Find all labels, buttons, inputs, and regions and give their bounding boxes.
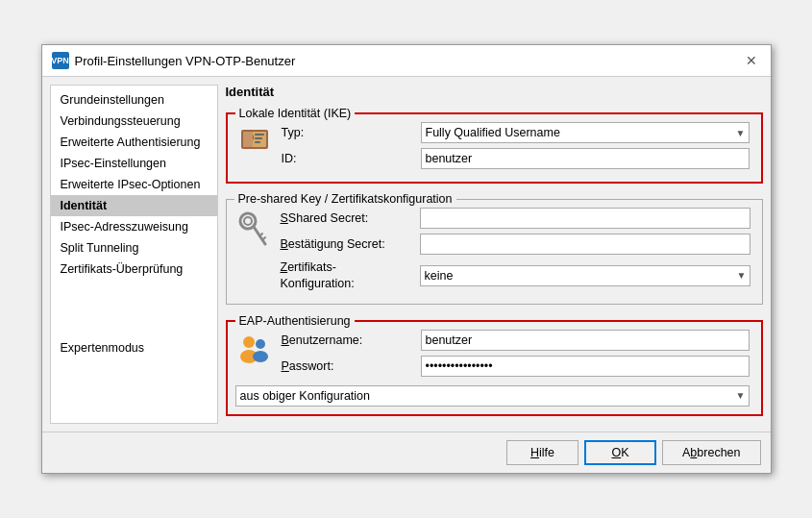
svg-point-14 [256, 339, 265, 349]
abbrechen-button[interactable]: Abbrechen [662, 440, 760, 465]
sidebar-item-expertenmodus[interactable]: Expertenmodus [51, 337, 217, 358]
identity-fields: Typ: Fully Qualified Username IP-Adresse… [282, 122, 750, 174]
benutzername-input[interactable] [421, 330, 750, 351]
svg-point-8 [244, 217, 252, 225]
svg-rect-6 [255, 141, 260, 143]
eap-dropdown-wrapper: aus obiger Konfiguration Option 2 ▼ [235, 385, 750, 407]
typ-select-wrapper: Fully Qualified Username IP-Adresse Zert… [421, 122, 750, 143]
eap-group: EAP-Authentisierung [226, 320, 763, 416]
benutzername-row: Benutzername: [282, 330, 750, 351]
window-title: Profil-Einstellungen VPN-OTP-Benutzer [75, 54, 296, 68]
zertifikats-select[interactable]: keine Zertifikat 1 Zertifikat 2 [420, 265, 750, 286]
sidebar-item-verbindungssteuerung[interactable]: Verbindungssteuerung [51, 111, 217, 132]
eap-fields: Benutzername: Passwort: [282, 330, 750, 382]
id-row: ID: [282, 148, 750, 169]
eap-dropdown-row: aus obiger Konfiguration Option 2 ▼ [235, 385, 750, 407]
app-icon: VPN [52, 52, 69, 69]
titlebar: VPN Profil-Einstellungen VPN-OTP-Benutze… [42, 45, 771, 77]
shared-secret-row: SShared Secret: [281, 208, 750, 229]
passwort-input[interactable] [421, 356, 750, 377]
id-input[interactable] [421, 148, 750, 169]
psk-inner: SShared Secret: Bestätigung Secret: [234, 208, 750, 296]
bestaetigung-row: Bestätigung Secret: [281, 234, 750, 255]
sidebar-item-grundeinstellungen[interactable]: Grundeinstellungen [51, 89, 217, 111]
main-window: VPN Profil-Einstellungen VPN-OTP-Benutze… [41, 44, 772, 474]
ok-button[interactable]: OK [584, 440, 656, 465]
lokale-identity-label: Lokale Identität (IKE) [235, 107, 356, 120]
eap-group-label: EAP-Authentisierung [235, 314, 355, 328]
passwort-label: Passwort: [282, 359, 421, 373]
sidebar-item-identitaet[interactable]: Identität [51, 195, 217, 216]
id-label: ID: [282, 152, 421, 165]
zertifikats-row: Zertifikats-Konfiguration: keine Zertifi… [281, 259, 750, 291]
svg-point-15 [253, 351, 268, 362]
passwort-row: Passwort: [282, 356, 750, 377]
content-area: Grundeinstellungen Verbindungssteuerung … [42, 77, 771, 432]
lokale-identity-group: Lokale Identität (IKE) [226, 112, 763, 184]
sidebar-item-ipsec-einstellungen[interactable]: IPsec-Einstellungen [51, 153, 217, 174]
svg-point-12 [243, 336, 255, 348]
typ-select[interactable]: Fully Qualified Username IP-Adresse Zert… [421, 122, 750, 143]
identity-inner: Typ: Fully Qualified Username IP-Adresse… [235, 122, 750, 174]
svg-rect-4 [255, 134, 264, 136]
psk-fields: SShared Secret: Bestätigung Secret: [281, 208, 750, 296]
eap-dropdown-select[interactable]: aus obiger Konfiguration Option 2 [235, 385, 750, 407]
footer: Hilfe OK Abbrechen [42, 432, 771, 473]
shared-secret-input[interactable] [420, 208, 750, 229]
svg-line-11 [262, 237, 265, 240]
eap-inner: Benutzername: Passwort: [235, 330, 750, 382]
benutzername-label: Benutzername: [282, 333, 421, 347]
zertifikats-label: Zertifikats-Konfiguration: [281, 259, 420, 291]
psk-icon-area [234, 208, 273, 256]
sidebar-item-zertifikats-ueberpruefung[interactable]: Zertifikats-Überprüfung [51, 259, 217, 280]
sidebar-item-erweiterte-auth[interactable]: Erweiterte Authentisierung [51, 132, 217, 153]
psk-group: Pre-shared Key / Zertifikatskonfiguratio… [226, 199, 763, 305]
sidebar-item-erweiterte-ipsec[interactable]: Erweiterte IPsec-Optionen [51, 174, 217, 195]
close-button[interactable]: ✕ [742, 51, 761, 70]
sidebar-spacer [51, 280, 217, 337]
zertifikats-select-wrapper: keine Zertifikat 1 Zertifikat 2 ▼ [420, 265, 750, 286]
sidebar: Grundeinstellungen Verbindungssteuerung … [50, 85, 218, 424]
svg-rect-3 [243, 132, 253, 147]
svg-rect-5 [255, 137, 262, 139]
section-title: Identität [226, 85, 763, 99]
shared-secret-label: SShared Secret: [281, 211, 420, 225]
bestaetigung-label: Bestätigung Secret: [281, 237, 420, 251]
typ-label: Typ: [282, 126, 421, 139]
keys-icon [236, 208, 271, 256]
hilfe-button[interactable]: Hilfe [506, 440, 578, 465]
titlebar-left: VPN Profil-Einstellungen VPN-OTP-Benutze… [52, 52, 296, 69]
typ-row: Typ: Fully Qualified Username IP-Adresse… [282, 122, 750, 143]
psk-group-label: Pre-shared Key / Zertifikatskonfiguratio… [234, 192, 456, 206]
sidebar-item-split-tunneling[interactable]: Split Tunneling [51, 237, 217, 259]
main-panel: Identität Lokale Identität (IKE) [226, 85, 763, 424]
eap-icon-area [235, 330, 274, 368]
identity-person-icon [237, 122, 272, 157]
people-icon [235, 330, 274, 368]
bestaetigung-input[interactable] [420, 234, 750, 255]
sidebar-item-ipsec-adresszuweisung[interactable]: IPsec-Adresszuweisung [51, 216, 217, 237]
identity-icon-area [235, 122, 274, 157]
